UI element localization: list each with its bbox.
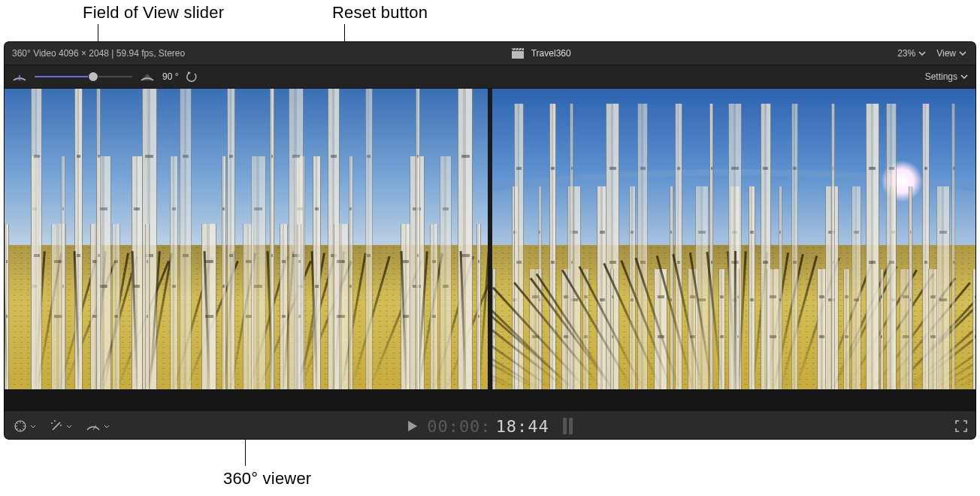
zoom-value: 23% (897, 48, 915, 59)
svg-rect-0 (512, 51, 524, 59)
svg-marker-7 (188, 71, 191, 74)
svg-line-16 (23, 422, 24, 424)
fullscreen-button[interactable] (954, 419, 968, 433)
bottom-toolbar: 00:00:18:44 (5, 410, 975, 439)
svg-line-14 (23, 428, 24, 430)
fov-toolbar: 90 ° Settings (5, 65, 975, 89)
color-adjust-menu[interactable] (14, 419, 36, 433)
timecode-bright: 18:44 (496, 417, 549, 436)
viewer-footer-gap (5, 389, 975, 410)
clip-info: 360° Video 4096 × 2048 | 59.94 fps, Ster… (5, 48, 185, 59)
360-viewer[interactable] (5, 89, 488, 389)
viewers-row (5, 89, 975, 389)
clapper-icon (512, 48, 524, 59)
settings-dropdown[interactable]: Settings (925, 71, 975, 82)
viewer-window: 360° Video 4096 × 2048 | 59.94 fps, Ster… (5, 42, 975, 439)
fov-value: 90 ° (162, 71, 178, 82)
info-bar: 360° Video 4096 × 2048 | 59.94 fps, Ster… (5, 42, 975, 65)
chevron-down-icon (918, 51, 926, 56)
callout-viewer: 360° viewer (223, 469, 311, 488)
fov-slider[interactable] (35, 71, 132, 82)
settings-label: Settings (925, 71, 957, 82)
retime-gauge-menu[interactable] (86, 421, 110, 431)
fov-narrow-icon (12, 71, 27, 82)
reset-button[interactable] (186, 71, 198, 82)
fov-wide-icon (140, 71, 155, 82)
svg-point-19 (54, 420, 56, 422)
view-dropdown[interactable]: View (936, 48, 966, 59)
timecode-dim: 00:00: (427, 417, 491, 436)
project-title: Travel360 (531, 48, 571, 59)
timecode-display: 00:00:18:44 (407, 417, 573, 436)
svg-line-17 (53, 422, 60, 430)
svg-point-18 (51, 422, 53, 424)
audio-meter-icon (563, 418, 573, 434)
callout-fov: Field of View slider (83, 3, 224, 23)
zoom-dropdown[interactable]: 23% (897, 48, 926, 59)
chevron-down-icon (960, 74, 968, 79)
play-icon[interactable] (407, 420, 418, 432)
chevron-down-icon (959, 51, 966, 56)
svg-marker-22 (408, 421, 417, 431)
equirect-viewer[interactable] (492, 89, 975, 389)
svg-line-13 (17, 422, 18, 424)
view-label: View (936, 48, 956, 59)
svg-line-15 (17, 428, 18, 430)
enhance-wand-menu[interactable] (50, 419, 72, 433)
svg-point-20 (60, 425, 62, 426)
callout-reset: Reset button (332, 3, 428, 23)
